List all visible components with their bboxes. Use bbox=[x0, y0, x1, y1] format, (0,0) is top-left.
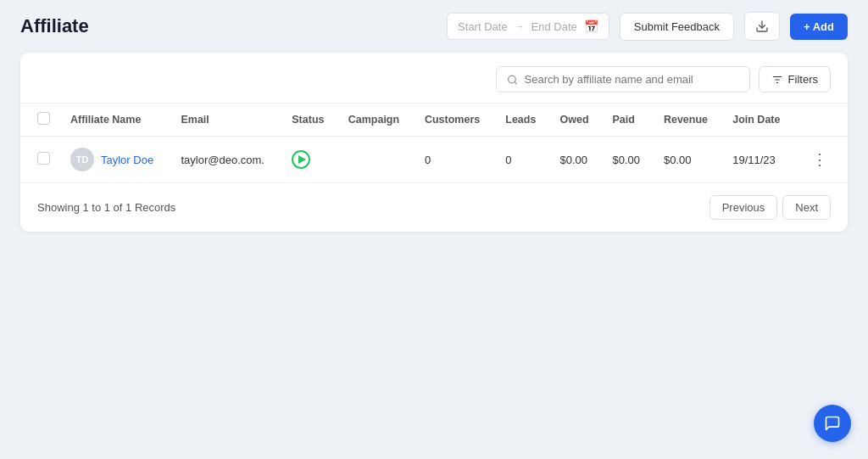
chat-bubble-button[interactable] bbox=[814, 405, 851, 442]
row-campaign-cell bbox=[338, 137, 415, 183]
col-email: Email bbox=[170, 104, 281, 137]
col-campaign: Campaign bbox=[338, 104, 415, 137]
filters-button[interactable]: Filters bbox=[759, 66, 831, 92]
row-email-cell: taylor@deo.com. bbox=[170, 137, 281, 183]
main-card: Filters Affiliate Name Email Status Camp… bbox=[20, 53, 848, 232]
top-bar: Affiliate Start Date → End Date 📅 Submit… bbox=[0, 0, 868, 53]
card-footer: Showing 1 to 1 of 1 Records Previous Nex… bbox=[20, 183, 848, 232]
start-date-label: Start Date bbox=[458, 20, 508, 33]
col-paid: Paid bbox=[603, 104, 654, 137]
row-customers: 0 bbox=[425, 154, 431, 166]
col-affiliate-name: Affiliate Name bbox=[60, 104, 170, 137]
col-status: Status bbox=[281, 104, 337, 137]
search-input[interactable] bbox=[525, 73, 739, 86]
download-button[interactable] bbox=[744, 12, 780, 41]
download-icon bbox=[755, 20, 769, 33]
submit-feedback-button[interactable]: Submit Feedback bbox=[620, 13, 734, 41]
col-join-date: Join Date bbox=[722, 104, 795, 137]
filter-icon bbox=[771, 74, 783, 86]
search-icon bbox=[507, 74, 518, 86]
row-revenue: $0.00 bbox=[664, 154, 692, 166]
search-box[interactable] bbox=[496, 66, 750, 92]
header-checkbox[interactable] bbox=[37, 112, 50, 125]
arrow-icon: → bbox=[515, 20, 525, 32]
col-revenue: Revenue bbox=[654, 104, 722, 137]
row-paid-cell: $0.00 bbox=[603, 137, 654, 183]
end-date-label: End Date bbox=[531, 20, 577, 33]
pagination: Previous Next bbox=[709, 195, 831, 220]
svg-line-2 bbox=[515, 81, 516, 83]
row-owed-cell: $0.00 bbox=[550, 137, 603, 183]
row-email: taylor@deo.com. bbox=[181, 154, 264, 166]
next-button[interactable]: Next bbox=[782, 195, 831, 220]
row-owed: $0.00 bbox=[560, 154, 588, 166]
row-affiliate-name-cell: TD Taylor Doe bbox=[60, 137, 170, 183]
filters-label: Filters bbox=[788, 73, 818, 86]
affiliate-name[interactable]: Taylor Doe bbox=[101, 154, 153, 166]
col-customers: Customers bbox=[415, 104, 495, 137]
row-leads: 0 bbox=[505, 154, 511, 166]
col-actions bbox=[795, 104, 848, 137]
table-header-row: Affiliate Name Email Status Campaign Cus… bbox=[20, 104, 848, 137]
row-checkbox-cell bbox=[20, 137, 60, 183]
row-join-date-cell: 19/11/23 bbox=[722, 137, 795, 183]
col-leads: Leads bbox=[495, 104, 549, 137]
add-button[interactable]: + Add bbox=[790, 14, 848, 40]
affiliates-table: Affiliate Name Email Status Campaign Cus… bbox=[20, 103, 848, 183]
row-actions-cell: ⋮ bbox=[795, 137, 848, 183]
col-checkbox bbox=[20, 104, 60, 137]
avatar: TD bbox=[70, 148, 94, 171]
row-checkbox[interactable] bbox=[37, 152, 50, 165]
table-row: TD Taylor Doe taylor@deo.com. 0 0 bbox=[20, 137, 848, 183]
previous-button[interactable]: Previous bbox=[709, 195, 778, 220]
more-actions-button[interactable]: ⋮ bbox=[805, 147, 834, 172]
date-range-picker[interactable]: Start Date → End Date 📅 bbox=[447, 13, 609, 40]
row-join-date: 19/11/23 bbox=[732, 154, 776, 166]
showing-records-text: Showing 1 to 1 of 1 Records bbox=[37, 201, 175, 214]
col-owed: Owed bbox=[550, 104, 603, 137]
chat-icon bbox=[824, 415, 841, 432]
row-status-cell bbox=[281, 137, 337, 183]
status-active-icon bbox=[292, 150, 310, 169]
row-paid: $0.00 bbox=[613, 154, 641, 166]
card-toolbar: Filters bbox=[20, 53, 848, 103]
row-leads-cell: 0 bbox=[495, 137, 549, 183]
row-revenue-cell: $0.00 bbox=[654, 137, 722, 183]
page-title: Affiliate bbox=[20, 15, 89, 37]
calendar-icon: 📅 bbox=[584, 20, 598, 33]
row-customers-cell: 0 bbox=[415, 137, 495, 183]
